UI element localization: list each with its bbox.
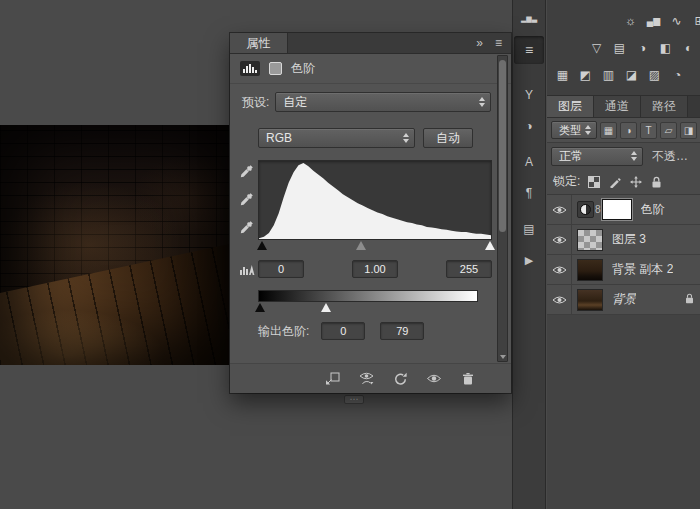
output-white-slider[interactable] [321,303,331,312]
layer-name: 背景 [612,291,636,308]
layer-thumbnail[interactable] [577,259,603,281]
lock-label: 锁定: [553,173,580,190]
layer-row-levels[interactable]: 8 色阶 [547,195,700,225]
layers-panel-group: ☼ ▄▆ ∿ ⊞ ▽ ▤ ◑ ◧ ◐ ◫ ▦ ◩ ▥ ◪ ▨ ◔ [547,0,700,509]
output-gradient-bar [258,290,478,302]
filter-pixel-layers-icon[interactable]: ▦ [600,122,617,139]
tab-layers[interactable]: 图层 [547,96,594,117]
blend-mode-dropdown[interactable]: 正常 [551,147,643,166]
reset-icon[interactable] [391,370,409,388]
threshold-icon[interactable]: ◪ [620,65,643,85]
adjustments-glyph: ◑ [525,119,532,133]
selective-color-icon[interactable]: ◔ [666,65,689,85]
input-black-slider[interactable] [257,241,267,250]
levels-icon[interactable]: ▄▆ [642,11,665,31]
layer-row-background[interactable]: 背景 [547,285,700,315]
scrollbar-down-arrow-icon[interactable] [500,355,506,359]
panel-resize-grip[interactable]: ⋯ [344,395,364,404]
visibility-eye-icon[interactable] [425,370,443,388]
black-white-icon[interactable]: ◧ [654,38,677,58]
curves-icon[interactable]: ∿ [665,11,688,31]
input-gamma-field[interactable] [352,260,398,278]
color-balance-icon[interactable]: ◑ [631,38,654,58]
lock-position-icon[interactable] [628,174,643,189]
preset-label: 预设: [242,94,269,111]
background-lock-icon [685,293,694,307]
properties-tab[interactable]: 属性 [230,33,288,53]
gray-point-eyedropper-icon[interactable] [239,190,256,207]
properties-scrollbar[interactable] [497,55,508,362]
filter-shape-layers-icon[interactable]: ▱ [660,122,677,139]
layer-mask-thumbnail[interactable] [602,199,632,220]
layer-thumbnail[interactable] [577,289,603,311]
histogram-options-icon[interactable] [236,263,258,276]
levels-histogram[interactable] [258,160,492,240]
layer-visibility-eye-icon[interactable] [547,285,572,314]
levels-adjustment-thumbnail[interactable] [577,201,594,218]
layer-row-layer3[interactable]: 图层 3 [547,225,700,255]
input-white-field[interactable] [446,260,492,278]
clone-source-panel-icon[interactable]: Y [514,81,544,109]
gradient-map-icon[interactable]: ▨ [643,65,666,85]
tab-paths[interactable]: 路径 [641,96,688,117]
panel-dock-strip: ▂▆▃ ≡ Y ◑ A ¶ ▤ ▶ [512,0,546,509]
delete-icon[interactable] [459,370,477,388]
adjustments-panel-icon[interactable]: ◑ [514,112,544,140]
blend-mode-value: 正常 [559,148,627,165]
filter-type-layers-icon[interactable]: T [640,122,657,139]
swatches-glyph: ▤ [523,222,534,236]
hue-saturation-icon[interactable]: ▤ [608,38,631,58]
character-panel-icon[interactable]: A [514,148,544,176]
input-black-field[interactable] [258,260,304,278]
channel-dropdown[interactable]: RGB [258,128,415,148]
layer-row-background-copy2[interactable]: 背景 副本 2 [547,255,700,285]
photo-filter-icon[interactable]: ◐ [677,38,700,58]
color-lookup-icon[interactable]: ▦ [551,65,574,85]
output-white-field[interactable] [380,322,424,340]
invert-icon[interactable]: ◩ [574,65,597,85]
properties-bottom-toolbar [230,363,511,393]
output-black-field[interactable] [321,322,365,340]
filter-kind-dropdown[interactable]: 类型 [551,121,597,139]
auto-button[interactable]: 自动 [423,128,473,148]
swatches-panel-icon[interactable]: ▤ [514,215,544,243]
preset-value: 自定 [283,94,475,111]
filter-smart-objects-icon[interactable]: ◨ [680,122,697,139]
black-point-eyedropper-icon[interactable] [239,162,256,179]
filter-adjustment-layers-icon[interactable]: ◑ [620,122,637,139]
exposure-icon[interactable]: ⊞ [688,11,700,31]
output-black-slider[interactable] [255,303,265,312]
layer-visibility-eye-icon[interactable] [547,225,572,254]
lock-row: 锁定: [547,169,700,195]
layer-thumbnail[interactable] [577,229,603,251]
opacity-label[interactable]: 不透明度: [652,148,692,165]
clip-to-layer-icon[interactable] [323,370,341,388]
lock-all-icon[interactable] [649,174,664,189]
timeline-panel-icon[interactable]: ▶ [514,246,544,274]
panel-menu-icon[interactable]: ≡ [495,36,502,50]
tab-channels[interactable]: 通道 [594,96,641,117]
dropdown-caret-icon [403,133,409,143]
input-white-slider[interactable] [485,241,495,250]
document-image[interactable] [0,125,236,365]
lock-transparent-pixels-icon[interactable] [586,174,601,189]
histogram-panel-icon[interactable]: ▂▆▃ [514,5,544,33]
white-point-eyedropper-icon[interactable] [239,218,256,235]
collapse-panel-icon[interactable]: » [476,36,483,50]
view-previous-state-icon[interactable] [357,370,375,388]
brightness-contrast-icon[interactable]: ☼ [619,11,642,31]
layer-visibility-eye-icon[interactable] [547,195,572,224]
vibrance-icon[interactable]: ▽ [585,38,608,58]
posterize-icon[interactable]: ▥ [597,65,620,85]
lock-image-pixels-icon[interactable] [607,174,622,189]
adjustment-circle-icon [580,204,591,215]
scrollbar-thumb[interactable] [499,60,506,232]
properties-panel-glyph: ≡ [525,42,533,58]
preset-dropdown[interactable]: 自定 [275,92,491,112]
properties-panel-icon[interactable]: ≡ [514,36,544,64]
input-gamma-slider[interactable] [356,241,366,250]
adjustments-icon-grid: ☼ ▄▆ ∿ ⊞ ▽ ▤ ◑ ◧ ◐ ◫ ▦ ◩ ▥ ◪ ▨ ◔ [547,0,700,96]
mask-link-icon[interactable]: 8 [595,204,601,215]
paragraph-panel-icon[interactable]: ¶ [514,179,544,207]
layer-visibility-eye-icon[interactable] [547,255,572,284]
